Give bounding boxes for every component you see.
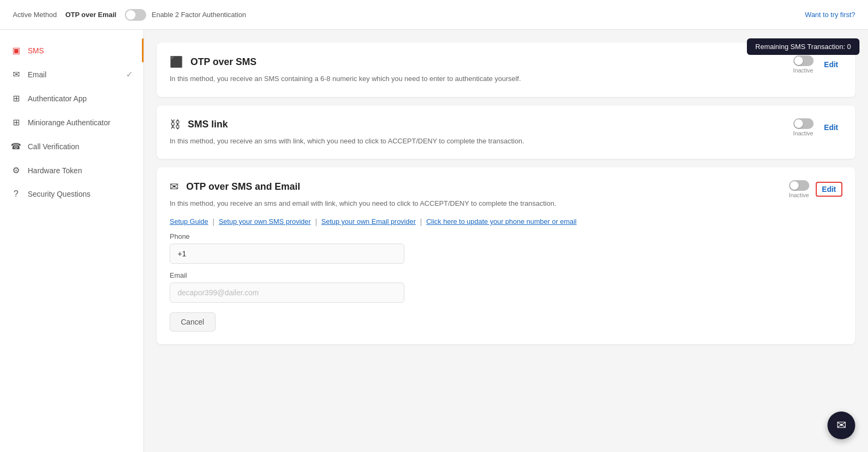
enable-2fa-toggle[interactable] bbox=[125, 9, 146, 21]
card-icon-otp-over-sms: ⬛ bbox=[170, 55, 183, 68]
toggle-status-group-otp-over-sms: Inactive bbox=[793, 55, 814, 74]
toggle-status-group-otp-over-sms-email: Inactive bbox=[789, 180, 809, 198]
card-info-otp-over-sms-email: ✉OTP over SMS and EmailIn this method, y… bbox=[170, 180, 789, 209]
active-method-value: OTP over Email bbox=[65, 11, 116, 19]
link-item-1[interactable]: Setup your own SMS provider bbox=[219, 217, 311, 225]
sidebar-item-label-email: Email bbox=[28, 70, 120, 79]
method-status-sms-link: Inactive bbox=[793, 130, 814, 136]
want-to-try-link[interactable]: Want to try first? bbox=[805, 11, 855, 19]
card-top-row-otp-over-sms: ⬛OTP over SMSIn this method, you receive… bbox=[170, 55, 842, 84]
sidebar-item-label-authenticator-app: Authenticator App bbox=[28, 94, 133, 103]
sidebar-item-label-security-questions: Security Questions bbox=[28, 190, 133, 198]
email-input[interactable] bbox=[170, 282, 404, 303]
active-method-label: Active Method bbox=[13, 11, 57, 19]
remaining-badge: Remaining SMS Transaction: 0 bbox=[747, 38, 859, 55]
sidebar-icon-miniorange-authenticator: ⊞ bbox=[11, 117, 21, 127]
card-info-otp-over-sms: ⬛OTP over SMSIn this method, you receive… bbox=[170, 55, 793, 84]
sidebar-icon-security-questions: ? bbox=[11, 189, 21, 199]
sidebar-item-label-sms: SMS bbox=[28, 46, 133, 55]
sidebar-item-label-call-verification: Call Verification bbox=[28, 142, 133, 151]
method-toggle-otp-over-sms-email[interactable] bbox=[789, 180, 809, 191]
link-sep-1: | bbox=[315, 217, 317, 226]
edit-button-otp-over-sms[interactable]: Edit bbox=[820, 58, 842, 71]
toggle-status-group-sms-link: Inactive bbox=[793, 118, 814, 136]
card-header-otp-over-sms-email: ✉OTP over SMS and Email bbox=[170, 180, 789, 193]
sidebar-icon-hardware-token: ⚙ bbox=[11, 165, 21, 175]
sidebar-item-call-verification[interactable]: ☎Call Verification bbox=[0, 134, 144, 158]
card-top-row-sms-link: ⛓SMS linkIn this method, you receive an … bbox=[170, 118, 842, 147]
card-actions-otp-over-sms: InactiveEdit bbox=[793, 55, 842, 74]
chat-fab-icon: ✉ bbox=[837, 418, 846, 432]
sidebar-check-email: ✓ bbox=[126, 69, 133, 79]
card-header-otp-over-sms: ⬛OTP over SMS bbox=[170, 55, 793, 68]
enable-2fa-label: Enable 2 Factor Authentication bbox=[152, 11, 246, 19]
card-title-sms-link: SMS link bbox=[188, 119, 228, 130]
top-bar: Active Method OTP over Email Enable 2 Fa… bbox=[0, 0, 868, 30]
card-top-row-otp-over-sms-email: ✉OTP over SMS and EmailIn this method, y… bbox=[170, 180, 842, 209]
sidebar-icon-email: ✉ bbox=[11, 69, 21, 79]
links-row-otp-over-sms-email: Setup Guide|Setup your own SMS provider|… bbox=[170, 217, 842, 226]
sidebar-item-miniorange-authenticator[interactable]: ⊞Miniorange Authenticator bbox=[0, 110, 144, 134]
edit-button-otp-over-sms-email[interactable]: Edit bbox=[816, 182, 842, 197]
card-description-sms-link: In this method, you receive an sms with … bbox=[170, 136, 793, 147]
link-item-0[interactable]: Setup Guide bbox=[170, 217, 208, 225]
method-status-otp-over-sms-email: Inactive bbox=[789, 192, 809, 198]
card-icon-otp-over-sms-email: ✉ bbox=[170, 180, 179, 193]
sidebar-icon-authenticator-app: ⊞ bbox=[11, 93, 21, 103]
sidebar-item-label-hardware-token: Hardware Token bbox=[28, 166, 133, 175]
sidebar-item-sms[interactable]: ▣SMS bbox=[0, 38, 144, 62]
card-description-otp-over-sms: In this method, you receive an SMS conta… bbox=[170, 74, 793, 84]
card-icon-sms-link: ⛓ bbox=[170, 118, 180, 131]
method-toggle-sms-link[interactable] bbox=[793, 118, 814, 129]
chat-fab[interactable]: ✉ bbox=[827, 411, 855, 439]
main-layout: ▣SMS✉Email✓⊞Authenticator App⊞Miniorange… bbox=[0, 30, 868, 452]
phone-label: Phone bbox=[170, 232, 842, 240]
method-card-sms-link: ⛓SMS linkIn this method, you receive an … bbox=[157, 106, 855, 159]
edit-button-sms-link[interactable]: Edit bbox=[820, 121, 842, 134]
link-item-2[interactable]: Setup your own Email provider bbox=[321, 217, 416, 225]
link-item-3[interactable]: Click here to update your phone number o… bbox=[426, 217, 577, 225]
email-label: Email bbox=[170, 271, 842, 279]
sidebar-item-email[interactable]: ✉Email✓ bbox=[0, 62, 144, 86]
link-sep-2: | bbox=[420, 217, 422, 226]
card-title-otp-over-sms: OTP over SMS bbox=[190, 57, 257, 68]
sidebar: ▣SMS✉Email✓⊞Authenticator App⊞Miniorange… bbox=[0, 30, 144, 452]
link-sep-0: | bbox=[212, 217, 214, 226]
card-header-sms-link: ⛓SMS link bbox=[170, 118, 793, 131]
card-description-otp-over-sms-email: In this method, you receive an sms and e… bbox=[170, 198, 789, 209]
sidebar-item-security-questions[interactable]: ?Security Questions bbox=[0, 182, 144, 206]
sidebar-icon-sms: ▣ bbox=[11, 45, 21, 55]
sidebar-item-label-miniorange-authenticator: Miniorange Authenticator bbox=[28, 118, 133, 127]
card-actions-sms-link: InactiveEdit bbox=[793, 118, 842, 136]
phone-group: Phone bbox=[170, 232, 842, 264]
sidebar-item-hardware-token[interactable]: ⚙Hardware Token bbox=[0, 158, 144, 182]
sidebar-icon-call-verification: ☎ bbox=[11, 141, 21, 151]
sidebar-item-authenticator-app[interactable]: ⊞Authenticator App bbox=[0, 86, 144, 110]
method-toggle-otp-over-sms[interactable] bbox=[793, 55, 814, 66]
method-status-otp-over-sms: Inactive bbox=[793, 67, 814, 74]
content-area: Remaining SMS Transaction: 0 ⬛OTP over S… bbox=[144, 30, 868, 452]
phone-input[interactable] bbox=[170, 244, 404, 264]
2fa-toggle-wrapper: Enable 2 Factor Authentication bbox=[125, 9, 246, 21]
method-card-otp-over-sms-email: ✉OTP over SMS and EmailIn this method, y… bbox=[157, 167, 855, 344]
card-info-sms-link: ⛓SMS linkIn this method, you receive an … bbox=[170, 118, 793, 147]
cancel-button[interactable]: Cancel bbox=[170, 312, 216, 332]
card-title-otp-over-sms-email: OTP over SMS and Email bbox=[186, 181, 300, 192]
card-actions-otp-over-sms-email: InactiveEdit bbox=[789, 180, 842, 198]
email-group: Email bbox=[170, 271, 842, 303]
method-cards-container: ⬛OTP over SMSIn this method, you receive… bbox=[157, 43, 855, 344]
